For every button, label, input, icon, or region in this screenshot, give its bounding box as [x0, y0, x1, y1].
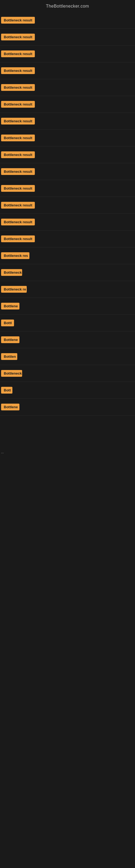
list-item: Bottleneck re	[0, 281, 135, 298]
list-item: Bottleneck result	[0, 130, 135, 147]
bottleneck-result-button[interactable]: Bottleneck	[1, 269, 22, 276]
bottom-area	[0, 472, 135, 635]
list-item: Bottlene	[0, 298, 135, 315]
list-item: Bottleneck result	[0, 113, 135, 130]
list-item: Bottleneck	[0, 365, 135, 382]
bottleneck-result-button[interactable]: Bottl	[1, 319, 14, 326]
list-item: Bottleneck result	[0, 45, 135, 62]
bottleneck-result-button[interactable]: Bottleneck result	[1, 118, 35, 124]
bottleneck-result-button[interactable]: Bottleneck res	[1, 252, 30, 259]
bottleneck-result-button[interactable]: Bottleneck result	[1, 67, 35, 74]
site-header: TheBottlenecker.com	[0, 0, 135, 12]
list-item: Bottleneck	[0, 264, 135, 281]
list-item: Bottleneck result	[0, 12, 135, 29]
bottleneck-result-button[interactable]: Bottleneck result	[1, 84, 35, 91]
bottleneck-result-button[interactable]: Bottleneck result	[1, 151, 35, 158]
list-item: Bott	[0, 382, 135, 399]
bottleneck-result-button[interactable]: Bottleneck	[1, 370, 22, 377]
list-item: Bottleneck result	[0, 79, 135, 96]
bottleneck-result-button[interactable]: Bottleneck result	[1, 236, 35, 242]
bottleneck-result-button[interactable]: Bottlen	[1, 353, 17, 360]
ellipsis-section: ...	[0, 415, 135, 472]
list-item: Bottleneck result	[0, 96, 135, 113]
bottleneck-result-button[interactable]: Bottleneck result	[1, 34, 35, 40]
list-item: Bottl	[0, 315, 135, 332]
list-item: Bottleneck result	[0, 62, 135, 79]
list-item: Bottleneck result	[0, 197, 135, 214]
bottleneck-result-button[interactable]: Bott	[1, 387, 12, 394]
ellipsis-marker: ...	[0, 448, 135, 456]
bottleneck-result-button[interactable]: Bottleneck result	[1, 202, 35, 209]
bottleneck-result-button[interactable]: Bottleneck result	[1, 185, 35, 192]
entries-list: Bottleneck resultBottleneck resultBottle…	[0, 12, 135, 415]
list-item: Bottlene	[0, 332, 135, 348]
list-item: Bottleneck result	[0, 147, 135, 163]
bottleneck-result-button[interactable]: Bottleneck result	[1, 219, 35, 225]
list-item: Bottleneck result	[0, 214, 135, 230]
list-item: Bottleneck result	[0, 180, 135, 197]
list-item: Bottleneck result	[0, 230, 135, 247]
bottleneck-result-button[interactable]: Bottlene	[1, 404, 19, 410]
bottleneck-result-button[interactable]: Bottleneck result	[1, 51, 35, 57]
bottleneck-result-button[interactable]: Bottleneck result	[1, 134, 35, 141]
bottleneck-result-button[interactable]: Bottleneck result	[1, 101, 35, 108]
bottleneck-result-button[interactable]: Bottleneck re	[1, 286, 27, 293]
list-item: Bottlen	[0, 348, 135, 365]
bottleneck-result-button[interactable]: Bottlene	[1, 303, 19, 310]
list-item: Bottleneck res	[0, 247, 135, 264]
bottleneck-result-button[interactable]: Bottleneck result	[1, 168, 35, 175]
site-title: TheBottlenecker.com	[0, 2, 135, 11]
list-item: Bottlene	[0, 399, 135, 415]
list-item: Bottleneck result	[0, 163, 135, 180]
bottleneck-result-button[interactable]: Bottlene	[1, 336, 19, 343]
bottleneck-result-button[interactable]: Bottleneck result	[1, 17, 35, 24]
list-item: Bottleneck result	[0, 29, 135, 45]
